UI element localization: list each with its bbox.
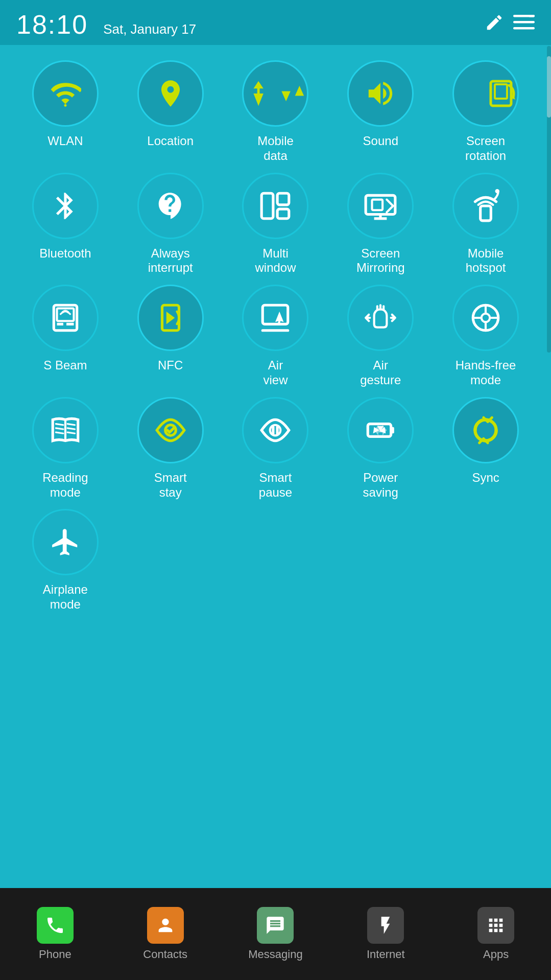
tile-circle-mobile-hotspot — [452, 173, 519, 239]
svg-line-39 — [67, 428, 75, 429]
status-icons — [485, 13, 535, 36]
svg-rect-10 — [278, 193, 290, 205]
tile-airplane-mode[interactable]: Airplanemode — [15, 509, 115, 612]
tile-circle-sync — [452, 397, 519, 463]
tile-circle-hands-free — [452, 285, 519, 351]
tile-label-wlan: WLAN — [47, 134, 83, 149]
tile-nfc[interactable]: NFC — [121, 285, 221, 388]
tile-circle-sound — [347, 60, 414, 127]
dock-item-messaging[interactable]: Messaging — [221, 888, 331, 980]
tile-label-sound: Sound — [363, 134, 398, 149]
svg-rect-3 — [529, 15, 535, 17]
tile-smart-pause[interactable]: Smartpause — [226, 397, 326, 500]
tile-air-gesture[interactable]: Airgesture — [330, 285, 430, 388]
dock-item-contacts[interactable]: Contacts — [110, 888, 221, 980]
tile-always-interrupt[interactable]: Alwaysinterrupt — [121, 173, 221, 276]
svg-point-29 — [482, 314, 490, 322]
tile-location[interactable]: Location — [121, 60, 221, 164]
tile-label-multi-window: Multiwindow — [255, 246, 296, 276]
tile-label-screen-mirroring: ScreenMirroring — [356, 246, 405, 276]
tile-reading-mode[interactable]: Readingmode — [15, 397, 115, 500]
tile-label-mobile-hotspot: Mobilehotspot — [466, 246, 506, 276]
dock-label-phone: Phone — [39, 948, 71, 961]
svg-rect-11 — [278, 209, 290, 219]
dock-icon-internet — [367, 907, 404, 944]
tile-circle-nfc — [137, 285, 204, 351]
dock-icon-contacts — [147, 907, 184, 944]
tile-label-hands-free: Hands-freemode — [456, 358, 516, 388]
status-date: Sat, January 17 — [103, 21, 196, 37]
svg-rect-13 — [372, 199, 383, 210]
svg-point-17 — [495, 189, 499, 193]
tile-wlan[interactable]: WLAN — [15, 60, 115, 164]
tile-s-beam[interactable]: S Beam — [15, 285, 115, 388]
tile-label-screen-rotation: Screenrotation — [465, 134, 506, 164]
tile-label-location: Location — [147, 134, 194, 149]
tile-circle-screen-rotation — [452, 60, 519, 127]
tile-sound[interactable]: Sound — [330, 60, 430, 164]
svg-marker-5 — [281, 91, 291, 102]
edit-icon — [485, 13, 504, 36]
svg-rect-2 — [513, 27, 535, 30]
quick-panel: WLAN Location Mobiledata — [0, 45, 551, 622]
tile-label-always-interrupt: Alwaysinterrupt — [148, 246, 193, 276]
dock-label-apps: Apps — [483, 948, 509, 961]
tile-label-power-saving: Powersaving — [363, 471, 398, 500]
svg-line-38 — [67, 424, 75, 425]
dock-item-phone[interactable]: Phone — [0, 888, 110, 980]
svg-line-35 — [56, 424, 63, 425]
tile-mobile-data[interactable]: Mobiledata — [226, 60, 326, 164]
bottom-dock: Phone Contacts Messaging Internet Apps — [0, 888, 551, 980]
svg-rect-1 — [513, 21, 535, 24]
dock-item-internet[interactable]: Internet — [330, 888, 441, 980]
svg-rect-9 — [262, 193, 274, 219]
tile-smart-stay[interactable]: Smartstay — [121, 397, 221, 500]
tile-circle-wlan — [32, 60, 99, 127]
tile-power-saving[interactable]: Powersaving — [330, 397, 430, 500]
tile-mobile-hotspot[interactable]: Mobilehotspot — [436, 173, 536, 276]
tile-label-smart-stay: Smartstay — [154, 471, 187, 500]
dock-item-apps[interactable]: Apps — [441, 888, 551, 980]
svg-line-37 — [56, 432, 63, 433]
dock-label-messaging: Messaging — [248, 948, 302, 961]
dock-label-contacts: Contacts — [143, 948, 187, 961]
tile-bluetooth[interactable]: Bluetooth — [15, 173, 115, 276]
status-time: 18:10 — [16, 9, 88, 40]
svg-marker-4 — [295, 86, 304, 96]
tile-label-bluetooth: Bluetooth — [39, 246, 91, 261]
tile-label-airplane-mode: Airplanemode — [43, 582, 88, 612]
tile-sync[interactable]: Sync — [436, 397, 536, 500]
svg-point-42 — [270, 425, 281, 435]
tile-circle-reading-mode — [32, 397, 99, 463]
tile-circle-always-interrupt — [137, 173, 204, 239]
tile-screen-rotation[interactable]: Screenrotation — [436, 60, 536, 164]
tile-air-view[interactable]: Airview — [226, 285, 326, 388]
tile-circle-smart-pause — [242, 397, 308, 463]
tile-circle-screen-mirroring — [347, 173, 414, 239]
tile-screen-mirroring[interactable]: ScreenMirroring — [330, 173, 430, 276]
menu-icon[interactable] — [513, 13, 535, 36]
svg-line-40 — [67, 432, 75, 433]
tile-label-s-beam: S Beam — [43, 358, 87, 373]
tile-multi-window[interactable]: Multiwindow — [226, 173, 326, 276]
tile-hands-free[interactable]: Hands-freemode — [436, 285, 536, 388]
tile-label-sync: Sync — [472, 471, 499, 485]
tile-circle-power-saving — [347, 397, 414, 463]
dock-icon-phone — [37, 907, 74, 944]
tile-label-nfc: NFC — [158, 358, 183, 373]
dock-icon-apps — [477, 907, 514, 944]
dock-label-internet: Internet — [367, 948, 405, 961]
svg-rect-7 — [495, 84, 507, 99]
svg-line-36 — [56, 428, 63, 429]
tile-circle-location — [137, 60, 204, 127]
tile-circle-air-view — [242, 285, 308, 351]
tile-circle-air-gesture — [347, 285, 414, 351]
tile-circle-bluetooth — [32, 173, 99, 239]
scrollbar[interactable] — [547, 46, 551, 353]
tile-label-mobile-data: Mobiledata — [257, 134, 294, 164]
tile-grid: WLAN Location Mobiledata — [10, 60, 541, 612]
tile-circle-mobile-data — [242, 60, 308, 127]
tile-circle-airplane-mode — [32, 509, 99, 575]
scrollbar-thumb — [547, 56, 551, 118]
tile-label-smart-pause: Smartpause — [259, 471, 292, 500]
